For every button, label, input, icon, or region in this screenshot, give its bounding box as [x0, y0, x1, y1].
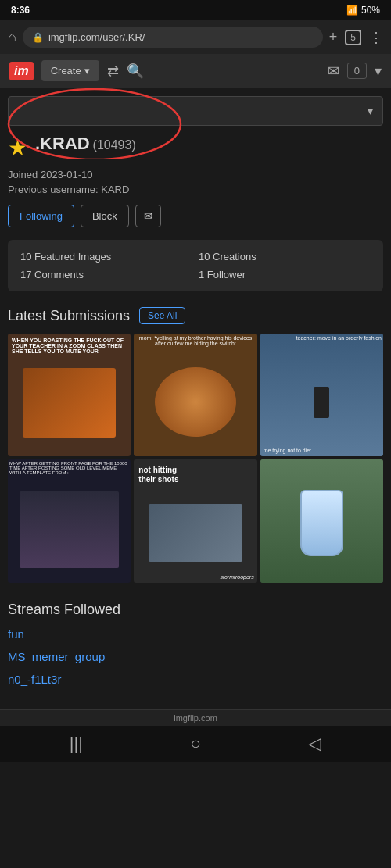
nav-back-button[interactable]: |||	[70, 734, 83, 754]
creations-stat: 10 Creations	[199, 251, 371, 263]
following-button[interactable]: Following	[8, 205, 74, 227]
see-all-button[interactable]: See All	[139, 307, 185, 324]
message-button[interactable]: ✉	[135, 205, 161, 227]
streams-title: Streams Followed	[8, 602, 383, 618]
imgflip-logo[interactable]: im	[9, 62, 34, 80]
meme3-figure	[314, 387, 329, 418]
username-block: .KRAD (10493)	[35, 134, 136, 154]
search-icon[interactable]: 🔍	[127, 63, 144, 80]
profile-dropdown[interactable]: ▾	[8, 96, 383, 126]
browser-bar: ⌂ 🔒 imgflip.com/user/.KR/ + 5 ⋮	[0, 20, 391, 54]
meme-thumb-6[interactable]	[260, 459, 383, 582]
meme-thumb-3[interactable]: teacher: move in an orderly fashion me t…	[260, 334, 383, 456]
dropdown-arrow-icon: ▾	[368, 105, 373, 117]
image-grid: WHEN YOU ROASTING THE FUCK OUT OF YOUR T…	[8, 334, 383, 583]
meme-thumb-2[interactable]: mom: *yelling at my brother having his d…	[134, 334, 256, 456]
time-display: 8:36	[11, 5, 30, 16]
status-right: 📶 50%	[346, 5, 380, 16]
user-points: (10493)	[93, 138, 136, 152]
meme1-image	[23, 368, 116, 438]
meme3-bottom-text: me trying not to die:	[264, 448, 311, 453]
url-text: imgflip.com/user/.KR/	[48, 31, 145, 43]
nav-home-button[interactable]: ○	[190, 734, 200, 754]
imgflip-nav: im Create ▾ ⇄ 🔍 ✉ 0 ▾	[0, 54, 391, 88]
footer-site: imgflip.com	[174, 713, 217, 723]
joined-date: Joined 2023-01-10	[8, 169, 383, 180]
main-content: ▾ ★ .KRAD (10493) Joined 2023-01-10 Prev…	[0, 88, 391, 709]
meme-thumb-4[interactable]: MHW AFTER GETTING FRONT PAGE FOR THE 100…	[8, 459, 131, 582]
tab-count[interactable]: 5	[345, 30, 361, 45]
notification-count[interactable]: 0	[347, 63, 367, 79]
comments-stat: 17 Comments	[20, 269, 192, 280]
profile-header: ★ .KRAD (10493)	[8, 134, 383, 161]
meme5-image	[149, 504, 242, 563]
stream-link-n0f1lt3r[interactable]: n0_-f1Lt3r	[8, 673, 383, 686]
meme4-text: MHW AFTER GETTING FRONT PAGE FOR THE 100…	[9, 461, 129, 475]
submissions-header: Latest Submissions See All	[8, 307, 383, 324]
meme2-text: mom: *yelling at my brother having his d…	[135, 335, 255, 346]
battery-display: 50%	[361, 5, 380, 16]
featured-images-stat: 10 Featured Images	[20, 251, 192, 263]
star-icon: ★	[8, 135, 27, 161]
shuffle-icon[interactable]: ⇄	[107, 63, 119, 80]
meme-thumb-5[interactable]: not hittingtheir shots stormtroopers	[134, 459, 256, 582]
create-button[interactable]: Create ▾	[41, 60, 99, 81]
meme1-text: WHEN YOU ROASTING THE FUCK OUT OF YOUR T…	[9, 335, 129, 356]
submissions-title: Latest Submissions	[8, 308, 130, 324]
footer-bar: imgflip.com	[0, 709, 391, 726]
streams-section: Streams Followed fun MS_memer_group n0_-…	[8, 602, 383, 686]
username: .KRAD	[35, 134, 90, 153]
nav-dropdown-icon[interactable]: ▾	[375, 63, 382, 80]
status-bar: 8:36 📶 50%	[0, 0, 391, 20]
meme4-image	[20, 491, 119, 567]
profile-actions: Following Block ✉	[8, 205, 383, 227]
meme5-overlay-text: stormtroopers	[220, 574, 253, 580]
more-icon[interactable]: ⋮	[369, 29, 383, 46]
meme-thumb-1[interactable]: WHEN YOU ROASTING THE FUCK OUT OF YOUR T…	[8, 334, 131, 456]
stream-link-fun[interactable]: fun	[8, 627, 383, 641]
meme6-cup	[300, 490, 343, 556]
bottom-nav: ||| ○ ◁	[0, 726, 391, 762]
plus-icon[interactable]: +	[329, 29, 338, 45]
meme5-text: not hittingtheir shots	[138, 466, 178, 484]
profile-meta: Joined 2023-01-10 Previous username: KAR…	[8, 169, 383, 195]
nav-recents-button[interactable]: ◁	[308, 734, 321, 754]
browser-actions: + 5 ⋮	[329, 29, 383, 46]
stats-box: 10 Featured Images 10 Creations 17 Comme…	[8, 240, 383, 291]
followers-stat: 1 Follower	[199, 269, 371, 280]
lock-icon: 🔒	[32, 32, 44, 43]
stream-link-ms-memer[interactable]: MS_memer_group	[8, 650, 383, 663]
chevron-down-icon: ▾	[84, 65, 90, 77]
block-button[interactable]: Block	[81, 205, 129, 227]
meme3-text: teacher: move in an orderly fashion	[296, 335, 382, 341]
wifi-icon: 📶	[346, 5, 358, 16]
meme2-image	[155, 367, 237, 438]
url-bar[interactable]: 🔒 imgflip.com/user/.KR/	[23, 27, 323, 48]
prev-username: Previous username: KARD	[8, 184, 383, 195]
mail-icon[interactable]: ✉	[328, 63, 339, 80]
home-icon[interactable]: ⌂	[8, 29, 16, 45]
